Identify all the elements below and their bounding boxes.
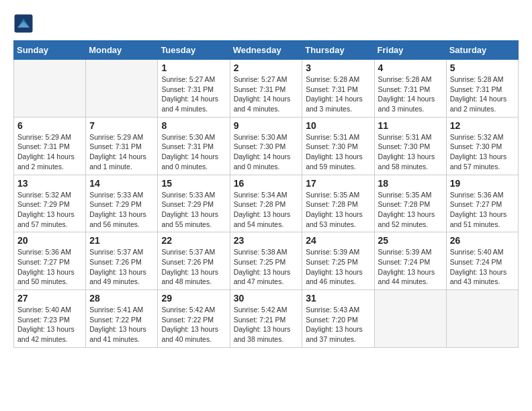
day-info: Sunrise: 5:38 AM Sunset: 7:25 PM Dayligh… [234,247,299,287]
calendar-cell: 3Sunrise: 5:28 AM Sunset: 7:31 PM Daylig… [302,60,374,118]
day-info: Sunrise: 5:42 AM Sunset: 7:21 PM Dayligh… [234,305,299,345]
day-info: Sunrise: 5:40 AM Sunset: 7:24 PM Dayligh… [450,247,515,287]
calendar-cell [14,60,86,118]
day-number: 15 [161,178,226,189]
day-number: 26 [450,235,515,246]
calendar-cell: 14Sunrise: 5:33 AM Sunset: 7:29 PM Dayli… [86,175,158,232]
day-number: 8 [161,120,226,131]
day-number: 13 [17,178,82,189]
day-number: 28 [89,293,154,304]
day-number: 22 [161,235,226,246]
day-info: Sunrise: 5:29 AM Sunset: 7:31 PM Dayligh… [89,132,154,172]
day-number: 29 [161,293,226,304]
day-info: Sunrise: 5:29 AM Sunset: 7:31 PM Dayligh… [17,132,82,172]
calendar-cell: 9Sunrise: 5:30 AM Sunset: 7:30 PM Daylig… [230,117,302,175]
calendar-cell: 13Sunrise: 5:32 AM Sunset: 7:29 PM Dayli… [14,175,86,232]
calendar-cell: 27Sunrise: 5:40 AM Sunset: 7:23 PM Dayli… [14,290,86,348]
calendar-header-monday: Monday [86,41,158,60]
day-info: Sunrise: 5:43 AM Sunset: 7:20 PM Dayligh… [306,305,370,345]
day-number: 9 [234,120,299,131]
day-number: 23 [234,235,299,246]
day-number: 14 [89,178,154,189]
calendar-header-sunday: Sunday [14,41,86,60]
calendar-cell: 29Sunrise: 5:42 AM Sunset: 7:22 PM Dayli… [158,290,230,348]
day-number: 11 [378,120,443,131]
day-info: Sunrise: 5:34 AM Sunset: 7:28 PM Dayligh… [234,190,299,230]
day-number: 5 [450,62,515,73]
calendar-cell: 22Sunrise: 5:37 AM Sunset: 7:26 PM Dayli… [158,232,230,290]
calendar-cell: 12Sunrise: 5:32 AM Sunset: 7:30 PM Dayli… [446,117,518,175]
day-info: Sunrise: 5:37 AM Sunset: 7:26 PM Dayligh… [89,247,154,287]
calendar-cell: 7Sunrise: 5:29 AM Sunset: 7:31 PM Daylig… [86,117,158,175]
calendar-cell [446,290,518,348]
day-number: 7 [89,120,154,131]
calendar-header-tuesday: Tuesday [158,41,230,60]
day-number: 17 [306,178,370,189]
day-info: Sunrise: 5:31 AM Sunset: 7:30 PM Dayligh… [378,132,443,172]
calendar-cell: 8Sunrise: 5:30 AM Sunset: 7:31 PM Daylig… [158,117,230,175]
calendar-cell: 4Sunrise: 5:28 AM Sunset: 7:31 PM Daylig… [374,60,446,118]
day-number: 25 [378,235,443,246]
calendar-week-2: 6Sunrise: 5:29 AM Sunset: 7:31 PM Daylig… [14,117,519,175]
day-info: Sunrise: 5:33 AM Sunset: 7:29 PM Dayligh… [161,190,226,230]
calendar-cell: 25Sunrise: 5:39 AM Sunset: 7:24 PM Dayli… [374,232,446,290]
calendar-cell: 24Sunrise: 5:39 AM Sunset: 7:25 PM Dayli… [302,232,374,290]
day-number: 6 [17,120,82,131]
day-info: Sunrise: 5:30 AM Sunset: 7:31 PM Dayligh… [161,132,226,172]
day-info: Sunrise: 5:28 AM Sunset: 7:31 PM Dayligh… [450,75,515,114]
logo [13,13,36,34]
calendar-cell: 10Sunrise: 5:31 AM Sunset: 7:30 PM Dayli… [302,117,374,175]
day-number: 16 [234,178,299,189]
calendar-week-3: 13Sunrise: 5:32 AM Sunset: 7:29 PM Dayli… [14,175,519,232]
calendar-header-row: SundayMondayTuesdayWednesdayThursdayFrid… [14,41,519,60]
day-info: Sunrise: 5:32 AM Sunset: 7:29 PM Dayligh… [17,190,82,230]
calendar-cell: 19Sunrise: 5:36 AM Sunset: 7:27 PM Dayli… [446,175,518,232]
day-info: Sunrise: 5:37 AM Sunset: 7:26 PM Dayligh… [161,247,226,287]
day-info: Sunrise: 5:33 AM Sunset: 7:29 PM Dayligh… [89,190,154,230]
day-info: Sunrise: 5:32 AM Sunset: 7:30 PM Dayligh… [450,132,515,172]
day-info: Sunrise: 5:39 AM Sunset: 7:24 PM Dayligh… [378,247,443,287]
calendar-cell: 5Sunrise: 5:28 AM Sunset: 7:31 PM Daylig… [446,60,518,118]
calendar-cell: 21Sunrise: 5:37 AM Sunset: 7:26 PM Dayli… [86,232,158,290]
day-info: Sunrise: 5:35 AM Sunset: 7:28 PM Dayligh… [306,190,370,230]
day-number: 18 [378,178,443,189]
day-number: 27 [17,293,82,304]
day-number: 19 [450,178,515,189]
calendar-cell [86,60,158,118]
day-info: Sunrise: 5:35 AM Sunset: 7:28 PM Dayligh… [378,190,443,230]
day-info: Sunrise: 5:28 AM Sunset: 7:31 PM Dayligh… [378,75,443,114]
day-info: Sunrise: 5:27 AM Sunset: 7:31 PM Dayligh… [161,75,226,114]
calendar-week-5: 27Sunrise: 5:40 AM Sunset: 7:23 PM Dayli… [14,290,519,348]
day-info: Sunrise: 5:42 AM Sunset: 7:22 PM Dayligh… [161,305,226,345]
day-number: 24 [306,235,370,246]
day-info: Sunrise: 5:31 AM Sunset: 7:30 PM Dayligh… [306,132,370,172]
calendar-cell: 1Sunrise: 5:27 AM Sunset: 7:31 PM Daylig… [158,60,230,118]
calendar-table: SundayMondayTuesdayWednesdayThursdayFrid… [13,40,519,348]
calendar-cell: 17Sunrise: 5:35 AM Sunset: 7:28 PM Dayli… [302,175,374,232]
calendar-header-saturday: Saturday [446,41,518,60]
calendar-cell: 28Sunrise: 5:41 AM Sunset: 7:22 PM Dayli… [86,290,158,348]
day-number: 4 [378,62,443,73]
calendar-week-4: 20Sunrise: 5:36 AM Sunset: 7:27 PM Dayli… [14,232,519,290]
logo-icon [13,13,34,34]
calendar-cell: 15Sunrise: 5:33 AM Sunset: 7:29 PM Dayli… [158,175,230,232]
calendar-cell: 26Sunrise: 5:40 AM Sunset: 7:24 PM Dayli… [446,232,518,290]
calendar-header-wednesday: Wednesday [230,41,302,60]
day-number: 1 [161,62,226,73]
day-info: Sunrise: 5:36 AM Sunset: 7:27 PM Dayligh… [450,190,515,230]
day-number: 21 [89,235,154,246]
day-number: 30 [234,293,299,304]
calendar-cell: 11Sunrise: 5:31 AM Sunset: 7:30 PM Dayli… [374,117,446,175]
day-info: Sunrise: 5:28 AM Sunset: 7:31 PM Dayligh… [306,75,370,114]
day-info: Sunrise: 5:39 AM Sunset: 7:25 PM Dayligh… [306,247,370,287]
day-info: Sunrise: 5:27 AM Sunset: 7:31 PM Dayligh… [234,75,299,114]
day-number: 10 [306,120,370,131]
day-number: 31 [306,293,370,304]
calendar-cell: 2Sunrise: 5:27 AM Sunset: 7:31 PM Daylig… [230,60,302,118]
calendar-header-friday: Friday [374,41,446,60]
calendar-cell: 6Sunrise: 5:29 AM Sunset: 7:31 PM Daylig… [14,117,86,175]
calendar-cell: 16Sunrise: 5:34 AM Sunset: 7:28 PM Dayli… [230,175,302,232]
day-info: Sunrise: 5:30 AM Sunset: 7:30 PM Dayligh… [234,132,299,172]
day-info: Sunrise: 5:40 AM Sunset: 7:23 PM Dayligh… [17,305,82,345]
calendar-cell: 31Sunrise: 5:43 AM Sunset: 7:20 PM Dayli… [302,290,374,348]
